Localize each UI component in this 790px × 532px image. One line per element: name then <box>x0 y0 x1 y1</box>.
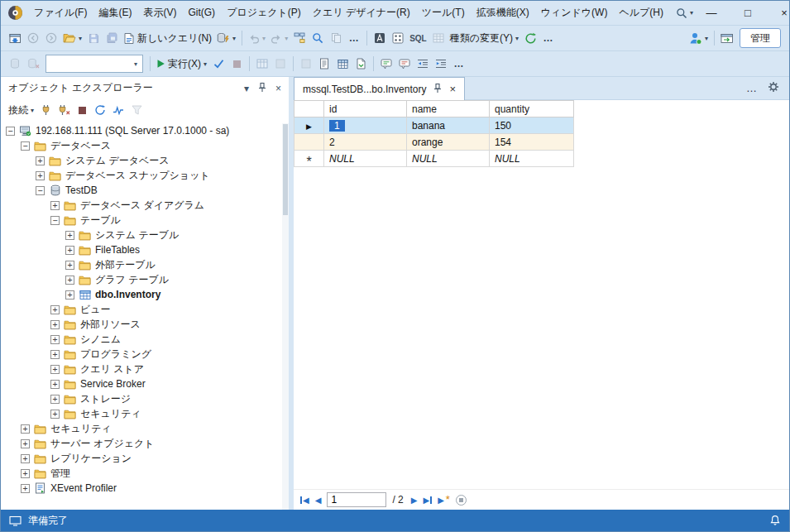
tree-expander-icon[interactable]: − <box>6 127 15 136</box>
tree-item[interactable]: +プログラミング <box>1 347 289 362</box>
change-type-button[interactable]: 種類の変更(Y)▾ <box>448 28 521 48</box>
tree-expander-icon[interactable]: − <box>36 186 45 195</box>
row-selector[interactable]: * <box>294 151 324 167</box>
uncomment-icon[interactable] <box>395 54 414 74</box>
tree-item[interactable]: +FileTables <box>1 242 289 257</box>
toolbar-overflow-button-2[interactable]: … <box>539 28 558 48</box>
execution-plan-icon[interactable] <box>290 28 309 48</box>
tree-item[interactable]: −192.168.11.111 (SQL Server 17.0.1000 - … <box>1 123 289 138</box>
document-tab[interactable]: mssql.TestDB...bo.Inventory × <box>294 77 465 100</box>
tab-close-icon[interactable]: × <box>449 83 456 95</box>
tree-item[interactable]: +ビュー <box>1 302 289 317</box>
document-overflow-button[interactable]: … <box>746 82 757 94</box>
maximize-button[interactable]: □ <box>730 1 766 26</box>
gear-icon[interactable] <box>768 81 779 95</box>
cell[interactable]: 150 <box>490 117 574 134</box>
stop-icon[interactable] <box>73 100 91 120</box>
tree-item[interactable]: +管理 <box>1 466 289 481</box>
tree-expander-icon[interactable]: + <box>65 231 74 240</box>
cell[interactable]: banana <box>407 117 490 134</box>
column-header-quantity[interactable]: quantity <box>490 101 574 117</box>
toolbar2-overflow-button[interactable]: … <box>450 54 468 74</box>
page-number-input[interactable] <box>327 492 386 507</box>
toolbar-overflow-button[interactable]: … <box>345 28 363 48</box>
live-query-statistics-icon[interactable] <box>309 28 327 48</box>
tree-item[interactable]: +レプリケーション <box>1 451 289 466</box>
tree-expander-icon[interactable]: + <box>65 290 74 300</box>
tree-item[interactable]: −データベース <box>1 138 289 153</box>
last-page-button[interactable]: ▶ <box>423 496 432 505</box>
connect-server-icon[interactable] <box>36 100 55 120</box>
tree-expander-icon[interactable]: + <box>50 335 60 344</box>
tree-item[interactable]: +XEvent Profiler <box>1 481 289 496</box>
activity-monitor-icon[interactable] <box>109 100 127 120</box>
tree-item[interactable]: +セキュリティ <box>1 406 289 421</box>
row-selector[interactable]: ▶ <box>294 117 324 134</box>
vertical-scrollbar[interactable] <box>282 123 289 510</box>
new-query-button[interactable]: 新しいクエリ(N) <box>121 28 214 48</box>
menu-item-1[interactable]: 編集(E) <box>93 1 137 25</box>
tree-expander-icon[interactable]: + <box>50 305 60 314</box>
tree-expander-icon[interactable]: + <box>50 350 60 359</box>
connect-window-icon[interactable] <box>718 28 736 48</box>
results-to-text-icon[interactable] <box>315 54 333 74</box>
menu-item-7[interactable]: 拡張機能(X) <box>471 1 535 25</box>
cell[interactable]: NULL <box>324 151 407 167</box>
tree-item[interactable]: +システム テーブル <box>1 228 289 242</box>
sync-icon[interactable] <box>521 28 539 48</box>
tree-expander-icon[interactable]: + <box>21 439 30 448</box>
new-connection-query-icon[interactable]: ▾ <box>214 28 238 48</box>
tree-expander-icon[interactable]: + <box>50 201 60 210</box>
menu-item-4[interactable]: プロジェクト(P) <box>221 1 307 25</box>
tree-item[interactable]: +シノニム <box>1 332 289 347</box>
combo-chevron-icon[interactable]: ▾ <box>129 60 142 68</box>
tree-item[interactable]: +Service Broker <box>1 376 289 391</box>
results-to-file-icon[interactable] <box>352 54 370 74</box>
tree-item[interactable]: −テーブル <box>1 213 289 228</box>
tree-expander-icon[interactable]: − <box>21 141 30 151</box>
template-parameters-icon[interactable] <box>389 28 407 48</box>
tree-expander-icon[interactable]: + <box>21 484 30 493</box>
account-icon[interactable]: ▾ <box>686 28 711 48</box>
tree-item[interactable]: +データベース ダイアグラム <box>1 198 289 213</box>
prev-page-button[interactable]: ◀ <box>315 496 322 505</box>
connect-button[interactable]: 接続▾ <box>6 100 36 120</box>
tree-expander-icon[interactable]: + <box>50 380 60 389</box>
cell[interactable]: NULL <box>407 151 490 167</box>
scrollbar-thumb[interactable] <box>283 124 288 215</box>
tree-item[interactable]: +ストレージ <box>1 391 289 406</box>
first-page-button[interactable]: ◀ <box>300 496 309 505</box>
cell[interactable]: 1 <box>324 117 407 134</box>
comment-icon[interactable] <box>377 54 395 74</box>
tree-expander-icon[interactable]: + <box>36 171 45 180</box>
window-layout-icon[interactable] <box>6 28 24 48</box>
menu-item-2[interactable]: 表示(V) <box>137 1 182 25</box>
tree-expander-icon[interactable]: + <box>50 395 60 404</box>
minimize-button[interactable]: — <box>693 1 730 26</box>
tree-expander-icon[interactable]: + <box>21 469 30 478</box>
tab-pin-icon[interactable] <box>433 83 443 96</box>
tree-item[interactable]: +データベース スナップショット <box>1 168 289 183</box>
column-header-name[interactable]: name <box>407 101 490 117</box>
menu-item-8[interactable]: ウィンドウ(W) <box>535 1 614 25</box>
tree-expander-icon[interactable]: + <box>36 156 45 165</box>
tree-expander-icon[interactable]: + <box>21 454 30 463</box>
cell[interactable]: 154 <box>490 134 574 151</box>
tree-expander-icon[interactable]: + <box>65 261 74 270</box>
tree-item[interactable]: +外部リソース <box>1 317 289 332</box>
tree-item[interactable]: +セキュリティ <box>1 421 289 436</box>
close-button[interactable]: × <box>766 1 790 26</box>
cell[interactable]: NULL <box>490 151 574 167</box>
tree-expander-icon[interactable]: + <box>65 276 74 285</box>
bell-icon[interactable] <box>769 515 781 526</box>
menu-item-9[interactable]: ヘルプ(H) <box>613 1 669 25</box>
sql-badge[interactable]: SQL <box>407 28 429 48</box>
tree-expander-icon[interactable]: + <box>65 246 74 255</box>
close-panel-icon[interactable]: × <box>275 83 281 94</box>
menu-item-3[interactable]: Git(G) <box>182 1 221 25</box>
grid-corner[interactable] <box>294 101 324 117</box>
results-to-grid-icon[interactable] <box>333 54 352 74</box>
cell[interactable]: orange <box>407 134 490 151</box>
search-icon[interactable] <box>676 7 687 19</box>
tree-expander-icon[interactable]: − <box>50 216 60 225</box>
